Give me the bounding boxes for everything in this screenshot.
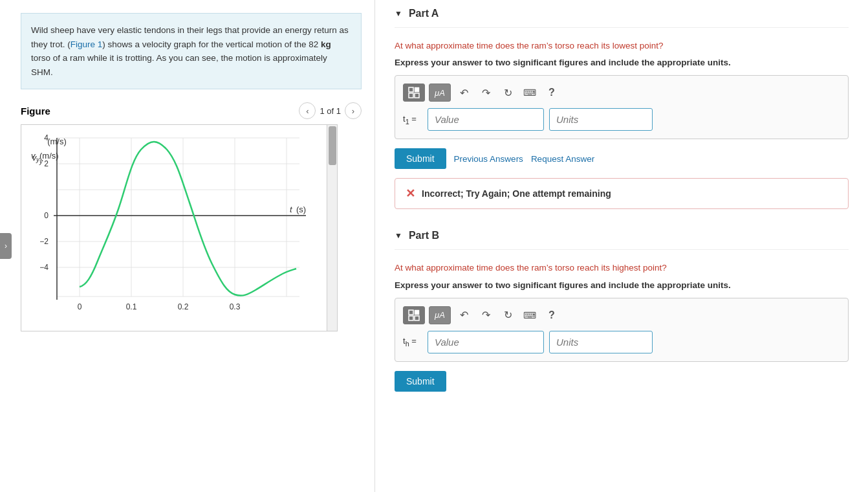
part-b-redo-btn[interactable]: ↷ — [477, 306, 495, 324]
graph-svg: 4 2 0 −2 −4 0 0.1 0.2 0.3 v y (m/s) v y … — [21, 125, 325, 331]
error-text: Incorrect; Try Again; One attempt remain… — [422, 188, 611, 199]
redo-btn[interactable]: ↷ — [477, 84, 495, 102]
graph-curve — [80, 142, 296, 296]
next-figure-btn[interactable]: › — [345, 102, 362, 119]
svg-rect-32 — [415, 87, 419, 92]
part-b-submit-btn[interactable]: Submit — [395, 371, 446, 392]
svg-rect-33 — [409, 93, 413, 98]
part-b-reset-btn[interactable]: ↻ — [499, 306, 517, 324]
graph-scrollbar[interactable] — [327, 125, 337, 331]
figure-link[interactable]: Figure 1 — [71, 39, 103, 49]
help-btn[interactable]: ? — [543, 84, 561, 102]
part-b-grid-btn[interactable] — [403, 306, 425, 324]
info-text: Wild sheep have very elastic tendons in … — [31, 25, 349, 77]
svg-text:0.2: 0.2 — [178, 302, 189, 311]
scroll-thumb — [329, 126, 336, 165]
part-a-input-row: t1 = — [403, 108, 840, 131]
part-b-value-input[interactable] — [428, 331, 544, 353]
reset-btn[interactable]: ↻ — [499, 84, 517, 102]
part-a-title: Part A — [409, 8, 439, 19]
svg-rect-36 — [415, 310, 419, 315]
part-a-instruction: Express your answer to two significant f… — [395, 58, 849, 67]
mu-tool-btn[interactable]: μA — [429, 84, 451, 102]
part-b-input-label: th = — [403, 336, 422, 348]
svg-text:(m/s): (m/s) — [39, 151, 59, 161]
svg-rect-35 — [409, 310, 413, 315]
figure-header: Figure ‹ 1 of 1 › — [21, 102, 362, 119]
svg-text:0.1: 0.1 — [126, 302, 137, 311]
part-a-value-input[interactable] — [428, 108, 544, 131]
svg-text:0.3: 0.3 — [230, 302, 241, 311]
error-box: ✕ Incorrect; Try Again; One attempt rema… — [395, 178, 849, 209]
svg-rect-31 — [409, 87, 413, 92]
part-a-answer-box: μA ↶ ↷ ↻ ⌨ ? t1 = — [395, 75, 849, 139]
svg-rect-37 — [409, 316, 413, 320]
svg-text:0: 0 — [78, 302, 82, 311]
part-b-units-input[interactable] — [549, 331, 653, 353]
svg-text:−2: −2 — [39, 237, 49, 246]
part-b-title: Part B — [409, 230, 439, 241]
part-b-header[interactable]: ▼ Part B — [395, 222, 849, 250]
undo-btn[interactable]: ↶ — [455, 84, 473, 102]
part-b-answer-box: μA ↶ ↷ ↻ ⌨ ? th = — [395, 298, 849, 362]
part-a-arrow: ▼ — [395, 9, 402, 18]
prev-figure-btn[interactable]: ‹ — [299, 102, 316, 119]
left-panel: › Wild sheep have very elastic tendons i… — [0, 0, 375, 492]
part-b-help-btn[interactable]: ? — [543, 306, 561, 324]
part-b-arrow: ▼ — [395, 231, 402, 240]
grid-icon — [407, 86, 420, 99]
figure-section: Figure ‹ 1 of 1 › — [21, 102, 362, 331]
part-b-toolbar: μA ↶ ↷ ↻ ⌨ ? — [403, 306, 840, 324]
error-icon: ✕ — [406, 186, 415, 201]
part-b-section: ▼ Part B At what approximate time does t… — [395, 222, 849, 391]
part-a-header[interactable]: ▼ Part A — [395, 0, 849, 28]
part-b-undo-btn[interactable]: ↶ — [455, 306, 473, 324]
svg-text:(s): (s) — [296, 205, 306, 214]
svg-text:t: t — [290, 205, 293, 214]
right-panel: ▼ Part A At what approximate time does t… — [375, 0, 868, 492]
part-b-keyboard-btn[interactable]: ⌨ — [521, 306, 539, 324]
part-b-action-row: Submit — [395, 371, 849, 392]
part-a-submit-btn[interactable]: Submit — [395, 148, 446, 169]
part-a-toolbar: μA ↶ ↷ ↻ ⌨ ? — [403, 84, 840, 102]
figure-title: Figure — [21, 106, 50, 117]
sidebar-toggle[interactable]: › — [0, 233, 12, 259]
svg-text:2: 2 — [44, 159, 49, 168]
part-b-mu-btn[interactable]: μA — [429, 306, 451, 324]
part-a-question: At what approximate time does the ram’s … — [395, 39, 849, 52]
svg-text:−4: −4 — [39, 263, 49, 272]
info-box: Wild sheep have very elastic tendons in … — [21, 13, 362, 89]
figure-count: 1 of 1 — [320, 106, 341, 116]
part-a-units-input[interactable] — [549, 108, 653, 131]
part-b-input-row: th = — [403, 331, 840, 353]
svg-rect-34 — [415, 93, 419, 98]
svg-rect-38 — [415, 316, 419, 320]
part-b-question: At what approximate time does the ram’s … — [395, 262, 849, 274]
svg-text:(m/s): (m/s) — [47, 137, 67, 146]
part-b-instruction: Express your answer to two significant f… — [395, 280, 849, 290]
part-a-input-label: t1 = — [403, 114, 422, 126]
svg-text:0: 0 — [44, 211, 49, 220]
part-b-grid-icon — [407, 309, 420, 322]
graph-container: 4 2 0 −2 −4 0 0.1 0.2 0.3 v y (m/s) v y … — [21, 124, 338, 331]
keyboard-btn[interactable]: ⌨ — [521, 84, 539, 102]
request-answer-btn[interactable]: Request Answer — [531, 154, 594, 164]
part-a-action-row: Submit Previous Answers Request Answer — [395, 148, 849, 169]
prev-answers-btn[interactable]: Previous Answers — [454, 154, 523, 164]
grid-tool-btn[interactable] — [403, 84, 425, 102]
figure-nav: ‹ 1 of 1 › — [299, 102, 362, 119]
